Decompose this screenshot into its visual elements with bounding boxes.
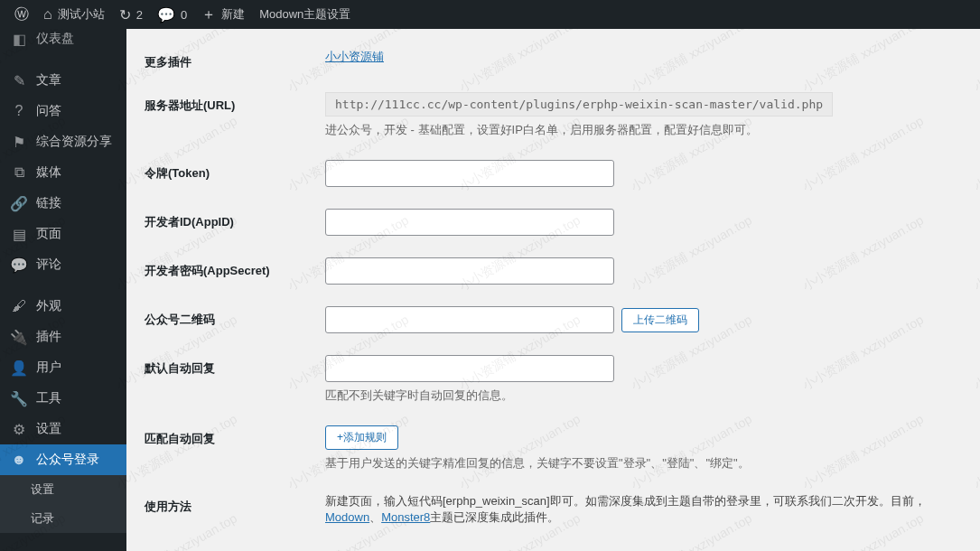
updates-icon: ↻ xyxy=(119,6,131,23)
input-appsecret[interactable] xyxy=(325,257,614,285)
label-appid: 开发者ID(AppID) xyxy=(145,209,325,230)
default-reply-help: 匹配不到关键字时自动回复的信息。 xyxy=(325,388,962,404)
label-token: 令牌(Token) xyxy=(145,160,325,182)
theme-settings-link[interactable]: Modown主题设置 xyxy=(252,0,358,29)
wp-logo[interactable]: ⓦ xyxy=(7,0,36,29)
row-appid: 开发者ID(AppID) xyxy=(145,198,962,247)
tools-icon: 🔧 xyxy=(11,390,27,406)
menu-resources[interactable]: ⚑综合资源分享 xyxy=(0,126,126,157)
input-default-reply[interactable] xyxy=(325,355,614,382)
menu-media[interactable]: ⧉媒体 xyxy=(0,157,126,188)
media-icon: ⧉ xyxy=(11,164,27,181)
menu-links[interactable]: 🔗链接 xyxy=(0,188,126,219)
row-appsecret: 开发者密码(AppSecret) xyxy=(145,247,962,295)
server-url-help: 进公众号，开发 - 基础配置，设置好IP白名单，启用服务器配置，配置好信息即可。 xyxy=(325,122,962,138)
menu-comments[interactable]: 💬评论 xyxy=(0,249,126,280)
input-appid[interactable] xyxy=(325,209,614,236)
row-more-plugins: 更多插件 小小资源铺 xyxy=(145,38,962,81)
page-icon: ▤ xyxy=(11,226,27,242)
menu-users[interactable]: 👤用户 xyxy=(0,352,126,383)
input-token[interactable] xyxy=(325,160,614,187)
admin-bar: ⓦ ⌂测试小站 ↻2 💬0 ＋新建 Modown主题设置 xyxy=(0,0,980,29)
usage-text-1: 新建页面，输入短代码[erphp_weixin_scan]即可。如需深度集成到主… xyxy=(325,494,926,508)
link-icon: 🔗 xyxy=(11,195,27,211)
add-rule-button[interactable]: +添加规则 xyxy=(325,425,398,450)
content-area: 更多插件 小小资源铺 服务器地址(URL) http://111cc.cc/wp… xyxy=(126,29,980,551)
smile-icon: ☻ xyxy=(11,452,27,468)
link-xxziyuan[interactable]: 小小资源铺 xyxy=(325,50,384,63)
menu-plugins[interactable]: 🔌插件 xyxy=(0,322,126,352)
match-reply-help: 基于用户发送的关键字精准回复的信息，关键字不要设置"登录"、"登陆"、"绑定"。 xyxy=(325,455,962,472)
site-name[interactable]: ⌂测试小站 xyxy=(36,0,112,29)
row-server-url: 服务器地址(URL) http://111cc.cc/wp-content/pl… xyxy=(145,81,962,149)
comments-icon: 💬 xyxy=(157,6,175,23)
comments[interactable]: 💬0 xyxy=(150,0,194,29)
dashboard-icon: ◧ xyxy=(11,31,27,47)
admin-sidebar: ◧仪表盘 ✎文章 ?问答 ⚑综合资源分享 ⧉媒体 🔗链接 ▤页面 💬评论 🖌外观… xyxy=(0,29,126,551)
label-more-plugins: 更多插件 xyxy=(145,49,325,70)
label-server-url: 服务器地址(URL) xyxy=(145,92,325,114)
menu-posts[interactable]: ✎文章 xyxy=(0,65,126,96)
home-icon: ⌂ xyxy=(43,6,52,23)
menu-settings[interactable]: ⚙设置 xyxy=(0,414,126,444)
submenu-logs[interactable]: 记录 xyxy=(0,504,126,533)
input-qrcode-url[interactable] xyxy=(325,306,614,333)
upload-qrcode-button[interactable]: 上传二维码 xyxy=(621,308,699,332)
gear-icon: ⚙ xyxy=(11,421,27,437)
plus-icon: ＋ xyxy=(201,5,216,24)
usage-text-2: 主题已深度集成此插件。 xyxy=(430,510,559,524)
label-appsecret: 开发者密码(AppSecret) xyxy=(145,257,325,279)
submenu: 设置 记录 xyxy=(0,475,126,533)
label-match-reply: 匹配自动回复 xyxy=(145,425,325,447)
row-match-reply: 匹配自动回复 +添加规则 基于用户发送的关键字精准回复的信息，关键字不要设置"登… xyxy=(145,415,962,482)
posts-icon: ✎ xyxy=(11,72,27,89)
qa-icon: ? xyxy=(11,103,27,119)
menu-tickets[interactable]: 💬工单 xyxy=(0,544,126,551)
comment-icon: 💬 xyxy=(11,257,27,273)
flag-icon: ⚑ xyxy=(11,134,27,150)
submenu-settings[interactable]: 设置 xyxy=(0,475,126,504)
label-default-reply: 默认自动回复 xyxy=(145,355,325,377)
wordpress-icon: ⓦ xyxy=(14,5,29,24)
appearance-icon: 🖌 xyxy=(11,298,27,314)
updates[interactable]: ↻2 xyxy=(112,0,150,29)
menu-wechat-login[interactable]: ☻公众号登录 xyxy=(0,444,126,475)
menu-pages[interactable]: ▤页面 xyxy=(0,219,126,249)
menu-qa[interactable]: ?问答 xyxy=(0,96,126,126)
menu-dashboard[interactable]: ◧仪表盘 xyxy=(0,29,126,54)
row-token: 令牌(Token) xyxy=(145,149,962,198)
plugin-icon: 🔌 xyxy=(11,329,27,345)
menu-appearance[interactable]: 🖌外观 xyxy=(0,291,126,322)
label-qrcode: 公众号二维码 xyxy=(145,306,325,328)
row-default-reply: 默认自动回复 匹配不到关键字时自动回复的信息。 xyxy=(145,344,962,415)
new-content[interactable]: ＋新建 xyxy=(194,0,252,29)
usage-link-modown[interactable]: Modown xyxy=(325,510,369,524)
row-usage: 使用方法 新建页面，输入短代码[erphp_weixin_scan]即可。如需深… xyxy=(145,482,962,537)
row-qrcode: 公众号二维码 上传二维码 xyxy=(145,295,962,344)
server-url-value: http://111cc.cc/wp-content/plugins/erphp… xyxy=(325,92,833,117)
label-usage: 使用方法 xyxy=(145,493,325,515)
menu-tools[interactable]: 🔧工具 xyxy=(0,383,126,414)
user-icon: 👤 xyxy=(11,360,27,376)
usage-link-monster8[interactable]: Monster8 xyxy=(381,510,430,524)
